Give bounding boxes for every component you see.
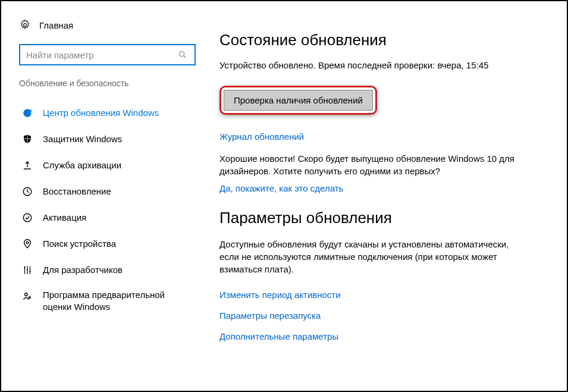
params-heading: Параметры обновления	[219, 209, 537, 227]
sidebar-item-find-device[interactable]: Поиск устройства	[19, 231, 196, 257]
restart-options-link[interactable]: Параметры перезапуска	[219, 311, 537, 321]
sidebar-item-label: Программа предварительной оценки Windows	[43, 289, 196, 312]
svg-point-6	[25, 293, 28, 296]
sidebar-item-recovery[interactable]: Восстановление	[19, 178, 196, 205]
sidebar-item-label: Восстановление	[43, 186, 111, 197]
check-circle-icon	[21, 212, 33, 224]
sync-icon	[21, 107, 33, 119]
svg-line-2	[184, 56, 186, 58]
sidebar: Главная Обновление и безопасность Центр …	[1, 1, 206, 391]
history-icon	[21, 186, 33, 197]
check-updates-highlight: Проверка наличия обновлений	[219, 86, 377, 115]
search-icon	[177, 49, 189, 61]
advanced-options-link[interactable]: Дополнительные параметры	[219, 331, 537, 341]
section-label: Обновление и безопасность	[19, 79, 196, 88]
sidebar-item-label: Защитник Windows	[43, 133, 122, 145]
status-heading: Состояние обновления	[219, 31, 537, 49]
sidebar-item-label: Служба архивации	[43, 159, 121, 171]
sidebar-item-label: Активация	[43, 212, 86, 224]
sidebar-item-defender[interactable]: Защитник Windows	[19, 126, 196, 152]
svg-point-5	[26, 242, 29, 244]
location-icon	[21, 238, 33, 250]
sidebar-item-windows-update[interactable]: Центр обновления Windows	[19, 100, 196, 126]
svg-point-7	[29, 297, 30, 299]
home-label: Главная	[39, 20, 73, 30]
main-content: Состояние обновления Устройство обновлен…	[206, 1, 567, 391]
sidebar-item-backup[interactable]: Служба архивации	[19, 152, 196, 178]
home-button[interactable]: Главная	[19, 19, 196, 31]
sidebar-item-activation[interactable]: Активация	[19, 205, 196, 231]
tools-icon	[21, 264, 33, 276]
shield-icon	[21, 133, 33, 145]
news-text: Хорошие новости! Скоро будет выпущено об…	[219, 152, 523, 177]
search-input[interactable]	[26, 50, 177, 60]
settings-window: Главная Обновление и безопасность Центр …	[0, 0, 568, 392]
svg-point-0	[24, 24, 27, 27]
gear-icon	[19, 19, 31, 31]
svg-point-4	[23, 214, 32, 222]
news-link[interactable]: Да, покажите, как это сделать	[219, 183, 537, 193]
search-box[interactable]	[19, 44, 196, 65]
sidebar-item-label: Для разработчиков	[43, 264, 123, 276]
check-updates-button[interactable]: Проверка наличия обновлений	[224, 90, 373, 111]
svg-point-1	[180, 52, 184, 57]
upload-icon	[21, 159, 33, 171]
status-text: Устройство обновлено. Время последней пр…	[219, 60, 537, 70]
sidebar-item-developers[interactable]: Для разработчиков	[19, 257, 196, 283]
sidebar-item-label: Поиск устройства	[43, 238, 116, 250]
active-hours-link[interactable]: Изменить период активности	[219, 290, 537, 300]
update-history-link[interactable]: Журнал обновлений	[219, 131, 537, 142]
params-text: Доступные обновления будут скачаны и уст…	[219, 238, 523, 275]
sidebar-item-label: Центр обновления Windows	[43, 107, 159, 119]
sidebar-item-insider[interactable]: Программа предварительной оценки Windows	[19, 283, 196, 318]
insider-icon	[21, 290, 33, 302]
